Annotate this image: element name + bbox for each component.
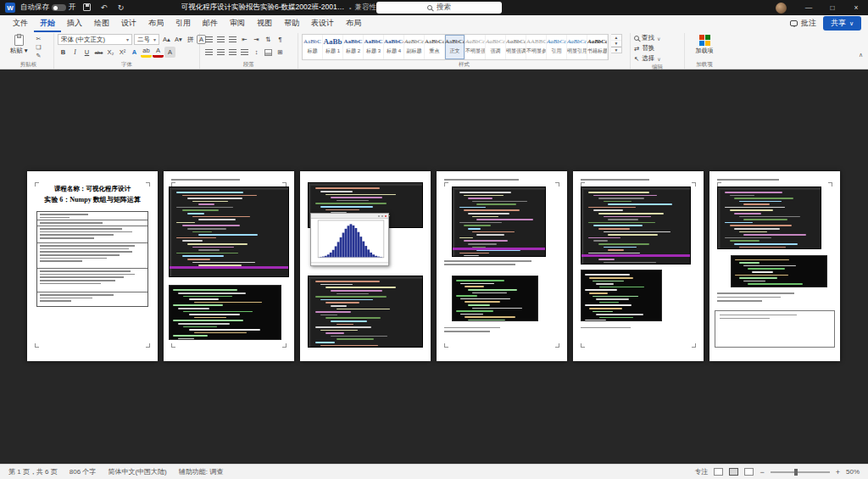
focus-button[interactable]: 专注 — [694, 467, 708, 476]
paragraph-mark-icon[interactable]: ¶ — [275, 34, 286, 45]
superscript-icon[interactable]: X² — [117, 47, 128, 58]
style-item-3[interactable]: AaBbC标题 3 — [364, 35, 384, 59]
tab-3[interactable]: 绘图 — [88, 15, 115, 32]
style-item-6[interactable]: AaBbCcD重点 — [425, 35, 445, 59]
format-painter-icon[interactable]: ✎ — [33, 51, 44, 59]
word-count[interactable]: 806 个字 — [70, 467, 97, 476]
justify-icon[interactable] — [239, 47, 250, 58]
close-button[interactable]: × — [844, 0, 868, 15]
tab-12[interactable]: 布局 — [340, 15, 367, 32]
comments-button[interactable]: 批注 — [790, 18, 816, 29]
style-item-4[interactable]: AaBbCcD标题 4 — [384, 35, 404, 59]
save-icon[interactable] — [81, 3, 93, 13]
maximize-button[interactable]: □ — [821, 0, 844, 15]
share-button[interactable]: 共享 ∨ — [823, 16, 861, 31]
document-canvas[interactable]: 课程名称：可视化程序设计实验 6：Numpy 数组与矩阵运算 — [0, 70, 868, 464]
cut-icon[interactable]: ✂ — [33, 34, 44, 42]
character-shading-icon[interactable]: A — [164, 47, 175, 58]
page-indicator[interactable]: 第 1 页，共 6 页 — [8, 467, 58, 476]
tab-0[interactable]: 文件 — [7, 15, 34, 32]
page-1[interactable]: 课程名称：可视化程序设计实验 6：Numpy 数组与矩阵运算 — [27, 171, 158, 361]
copy-icon[interactable]: ❏ — [33, 42, 44, 51]
style-item-13[interactable]: AaBbCcD明显引用 — [567, 35, 587, 59]
italic-icon[interactable]: I — [70, 47, 81, 58]
style-item-11[interactable]: AABBCCD不明显参考 — [526, 35, 547, 59]
zoom-slider[interactable] — [771, 471, 830, 473]
read-mode-button[interactable] — [714, 468, 723, 476]
zoom-percentage[interactable]: 50% — [846, 468, 860, 476]
underline-icon[interactable]: U — [81, 47, 92, 58]
numbered-list-icon[interactable] — [215, 34, 226, 45]
shrink-font-icon[interactable]: A▾ — [173, 34, 184, 45]
multilevel-list-icon[interactable] — [227, 34, 238, 45]
grow-font-icon[interactable]: A▴ — [161, 34, 172, 45]
align-left-icon[interactable] — [203, 47, 214, 58]
collapse-ribbon-icon[interactable]: ∧ — [859, 52, 863, 58]
tab-9[interactable]: 视图 — [251, 15, 278, 32]
page-4[interactable] — [437, 171, 567, 361]
pinyin-guide-icon[interactable]: 拼 — [185, 34, 196, 45]
style-item-1[interactable]: AaBb标题 1 — [323, 35, 343, 59]
tab-1[interactable]: 开始 — [34, 15, 61, 32]
style-item-5[interactable]: AaBbCcD副标题 — [404, 35, 425, 59]
find-button[interactable]: 查找∨ — [634, 34, 660, 42]
tab-6[interactable]: 引用 — [170, 15, 197, 32]
user-avatar[interactable] — [776, 3, 787, 14]
align-center-icon[interactable] — [215, 47, 226, 58]
style-item-0[interactable]: AaBbC标题 — [303, 35, 323, 59]
font-color-icon[interactable]: A — [153, 47, 164, 58]
autosave-toggle[interactable]: 自动保存 开 — [20, 3, 76, 13]
word-logo-icon[interactable]: W — [5, 3, 15, 13]
replace-button[interactable]: ⇄替换 — [634, 44, 654, 53]
search-box[interactable]: 搜索 — [376, 2, 502, 14]
increase-indent-icon[interactable]: ⇥ — [251, 34, 262, 45]
style-item-10[interactable]: AaBbCcD明显强调 — [506, 35, 526, 59]
align-right-icon[interactable] — [227, 47, 238, 58]
undo-icon[interactable]: ↶ — [98, 3, 110, 12]
page-5[interactable] — [573, 171, 704, 361]
highlight-color-icon[interactable]: ab — [141, 47, 152, 58]
strikethrough-icon[interactable]: abc — [93, 47, 104, 58]
sort-icon[interactable]: ⇅ — [263, 34, 274, 45]
web-layout-button[interactable] — [744, 468, 754, 476]
style-item-2[interactable]: AaBbC标题 2 — [343, 35, 364, 59]
zoom-slider-thumb[interactable] — [794, 469, 798, 476]
tab-2[interactable]: 插入 — [61, 15, 88, 32]
bullet-list-icon[interactable] — [203, 34, 214, 45]
accessibility-status[interactable]: 辅助功能: 调查 — [179, 467, 223, 476]
text-effects-icon[interactable]: A — [129, 47, 140, 58]
autosave-switch[interactable] — [52, 4, 66, 11]
style-item-14[interactable]: AaBbCcDi书籍标题 — [587, 35, 608, 59]
page-3[interactable] — [300, 171, 431, 361]
addins-button[interactable]: 加载项 — [696, 34, 714, 55]
print-layout-button[interactable] — [729, 468, 738, 476]
shading-icon[interactable] — [263, 47, 274, 58]
zoom-out-button[interactable]: − — [760, 468, 764, 476]
language-indicator[interactable]: 简体中文(中国大陆) — [108, 467, 166, 476]
zoom-in-button[interactable]: + — [836, 468, 840, 476]
page-2[interactable] — [164, 171, 294, 361]
bold-icon[interactable]: B — [58, 47, 69, 58]
tab-4[interactable]: 设计 — [115, 15, 142, 32]
tab-8[interactable]: 审阅 — [224, 15, 251, 32]
page-6[interactable] — [709, 171, 840, 361]
styles-scroll-up-icon[interactable]: ▴ — [611, 35, 621, 41]
font-size-select[interactable]: 二号▾ — [134, 34, 159, 45]
subscript-icon[interactable]: X₂ — [105, 47, 116, 58]
font-name-select[interactable]: 宋体 (中文正文)▾ — [58, 34, 132, 45]
select-button[interactable]: ↖选择∨ — [634, 54, 661, 63]
tab-7[interactable]: 邮件 — [197, 15, 224, 32]
style-item-9[interactable]: AaBbCcD强调 — [486, 35, 506, 59]
redo-icon[interactable]: ↻ — [115, 3, 127, 12]
paste-button[interactable]: 粘贴 ▾ — [7, 34, 31, 55]
tab-5[interactable]: 布局 — [142, 15, 170, 32]
style-item-8[interactable]: AaBbCcD不明显强调 — [465, 35, 486, 59]
style-item-7[interactable]: AaBbCcD正文 — [445, 35, 465, 59]
minimize-button[interactable]: — — [797, 0, 821, 15]
borders-icon[interactable]: ⊞ — [275, 47, 286, 58]
decrease-indent-icon[interactable]: ⇤ — [239, 34, 250, 45]
styles-scroll-down-icon[interactable]: ▾ — [611, 41, 621, 47]
tab-11[interactable]: 表设计 — [305, 15, 340, 32]
line-spacing-icon[interactable]: ↕ — [251, 47, 262, 58]
styles-more-icon[interactable]: ▾ — [611, 47, 621, 53]
